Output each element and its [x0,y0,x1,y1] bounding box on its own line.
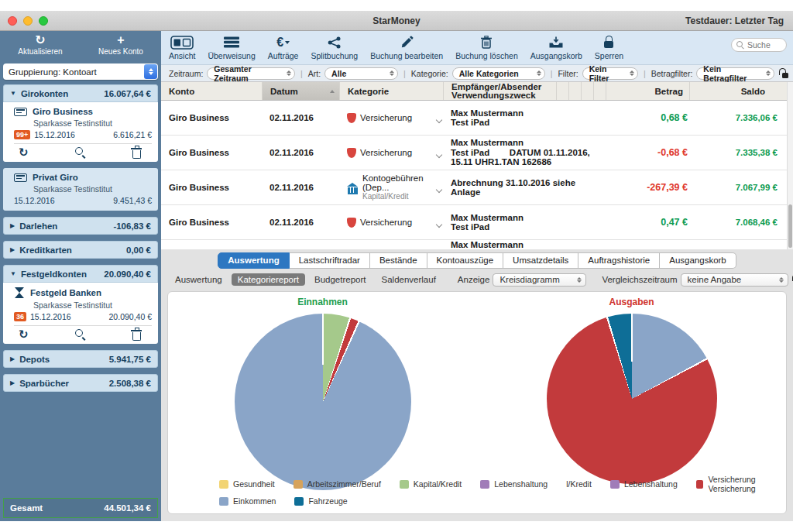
legend-swatch-icon [480,480,489,489]
subtab-budgetreport[interactable]: Budgetreport [308,273,372,286]
kategorie-select[interactable]: Alle Kategorien [452,67,545,80]
zeitraum-select[interactable]: Gesamter Zeitraum [207,67,295,80]
disclosure-triangle-icon: ▶ [10,246,15,253]
cell-empfaenger: Max Mustermann Test iPad DATUM 01.11.201… [443,136,606,170]
splitbuchung-button[interactable]: Splitbuchung [311,35,358,60]
account-card-privat-giro[interactable]: Privat Giro Sparkasse Testinstitut 15.12… [3,168,158,211]
legend-label: Lebenshaltung [624,479,678,489]
anzeige-select[interactable]: Kreisdiagramm [493,273,586,287]
tab-auswertung[interactable]: Auswertung [218,252,289,269]
refresh-icon: ↻ [35,33,45,46]
ausgangskorb-button[interactable]: Ausgangskorb [530,35,582,60]
search-field[interactable] [731,38,787,52]
sidebar-group-darlehen[interactable]: ▶ Darlehen -106,83 € [3,217,158,235]
ueberweisung-button[interactable]: Überweisung [208,35,255,60]
column-header-spacer [593,82,606,100]
buchung-loeschen-button[interactable]: Buchung löschen [455,35,518,60]
desktop-margin-bottom [0,521,793,532]
table-row[interactable]: Giro Business 02.11.2016 Versicherung Ma… [161,136,787,170]
column-header-kategorie[interactable]: Kategorie [339,82,443,100]
refresh-accounts-button[interactable]: ↻ Aktualisieren [0,33,81,60]
insurance-shield-icon [347,148,356,158]
table-row[interactable]: Giro Business 02.11.2016 Versicherung Ma… [161,101,787,136]
legend-swatch-icon [294,497,304,506]
sidebar-group-sparbuecher[interactable]: ▶ Sparbücher 2.508,38 € [3,374,158,392]
account-card-festgeld-banken[interactable]: Festgeld Banken Sparkasse Testinstitut 3… [3,283,158,344]
chevron-down-icon[interactable] [437,184,441,194]
refresh-icon[interactable]: ↻ [19,329,29,341]
tab-auftragshistorie[interactable]: Auftragshistorie [578,252,660,269]
tab-bestaende[interactable]: Bestände [370,252,427,269]
auftraege-button[interactable]: € Aufträge [268,35,299,60]
sidebar-group-kreditkarten[interactable]: ▶ Kreditkarten 0,00 € [3,241,158,259]
art-select[interactable]: Alle [324,67,398,80]
select-stepper-icon [577,277,582,283]
select-stepper-icon [537,70,541,76]
vergleichszeitraum-select[interactable]: keine Angabe [681,273,788,287]
chevron-down-icon[interactable] [437,149,441,159]
unlock-icon[interactable] [778,68,788,79]
column-header-spacer [556,82,568,100]
total-balance: 44.501,34 € [104,503,151,513]
column-header-empfaenger[interactable]: Empfänger/Absender Verwendungszweck [443,82,556,100]
sidebar-group-depots[interactable]: ▶ Depots 5.941,75 € [3,350,158,368]
window-title: StarMoney [0,15,793,26]
cell-datum: 02.11.2016 [262,170,339,204]
subtab-saldenverlauf[interactable]: Saldenverlauf [376,273,442,286]
tab-ausgangskorb[interactable]: Ausgangskorb [660,252,736,269]
table-scrollbar[interactable] [787,82,793,249]
table-row-partial[interactable]: Max Mustermann [161,240,787,249]
table-header: Konto Datum Kategorie Empfänger/Absender… [161,82,787,101]
column-header-konto[interactable]: Konto [161,82,262,100]
table-row[interactable]: Giro Business 02.11.2016 Versicherung Ma… [161,205,787,240]
sidebar-group-girokonten[interactable]: ▼ Girokonten 16.067,64 € [3,84,158,102]
legend-label: Kapital/Kredit [414,479,462,489]
select-stepper-icon [287,70,291,76]
pencil-icon [400,35,414,50]
outbox-tray-icon [548,35,564,50]
cell-saldo: 7.336,06 € [694,101,787,135]
group-balance: 0,00 € [126,245,151,255]
legend-swatch-icon [219,497,228,506]
column-header-saldo[interactable]: Saldo [689,82,771,100]
legend-item: Einkommen [219,496,276,506]
cell-betrag: -0,68 € [606,136,694,170]
buchung-bearbeiten-button[interactable]: Buchung bearbeiten [370,35,443,60]
tab-umsatzdetails[interactable]: Umsatzdetails [503,252,578,269]
scrollbar-thumb[interactable] [788,204,792,248]
tab-kontoauszuege[interactable]: Kontoauszüge [427,252,504,269]
sperren-button[interactable]: Sperren [595,35,623,60]
legend-item: Lebenshaltung [610,479,678,489]
search-input[interactable] [747,39,784,51]
column-header-betrag[interactable]: Betrag [606,82,689,100]
trash-icon[interactable] [132,332,141,341]
column-header-datum[interactable]: Datum [262,82,339,100]
legend-row: GesundheitArbeitszimmer/BerufKapital/Kre… [219,475,786,493]
search-icon[interactable] [75,147,85,157]
filter-select[interactable]: Kein Filter [582,67,638,80]
search-icon[interactable] [75,329,85,339]
tab-lastschriftradar[interactable]: Lastschriftradar [290,252,370,269]
einnahmen-pie[interactable] [235,314,411,490]
sidebar-group-festgeldkonten[interactable]: ▼ Festgeldkonten 20.090,40 € [3,265,158,283]
legend-item: Lebenshaltung [480,479,548,489]
chevron-down-icon[interactable] [437,115,441,124]
new-account-button[interactable]: + Neues Konto [81,33,161,60]
table-row[interactable]: Giro Business 02.11.2016 Kontogebühren (… [161,170,787,205]
ansicht-button[interactable]: Ansicht [169,35,195,60]
refresh-icon[interactable]: ↻ [19,147,29,159]
plus-icon: + [117,33,124,46]
betragfilter-select[interactable]: Kein Betragfilter [696,67,774,80]
grouping-select[interactable]: Gruppierung: Kontoart [3,63,158,80]
ausgaben-pie[interactable] [547,314,717,484]
subtab-kategoriereport[interactable]: Kategoriereport [232,273,305,286]
cell-konto: Giro Business [161,136,262,170]
anzeige-label: Anzeige [458,275,490,284]
subtab-auswertung[interactable]: Auswertung [169,273,228,286]
vergleichszeitraum-label: Vergleichszeitraum [602,275,677,284]
lock-icon [604,35,615,50]
trash-icon[interactable] [132,150,141,159]
chevron-down-icon[interactable] [437,219,441,228]
hourglass-icon [14,287,25,298]
account-card-giro-business[interactable]: Giro Business Sparkasse Testinstitut 99+… [3,102,158,162]
